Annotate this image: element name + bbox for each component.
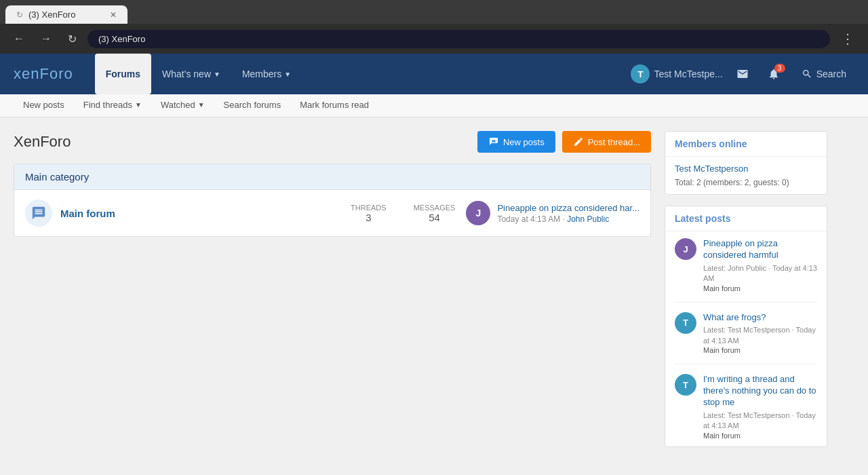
refresh-button[interactable]: ↻	[62, 30, 82, 48]
lp-forum-0: Main forum	[703, 284, 817, 292]
nav-forums-label: Forums	[106, 69, 140, 79]
latest-post-1: T What are frogs? Latest: Test McTestper…	[675, 312, 817, 365]
lp-title-1[interactable]: What are frogs?	[703, 312, 817, 324]
subnav-find-threads-label: Find threads	[83, 100, 132, 110]
members-online-title: Members online	[665, 132, 827, 157]
new-posts-icon	[488, 136, 499, 147]
nav-whats-new[interactable]: What's new ▼	[151, 54, 231, 94]
members-online-section: Members online Test McTestperson Total: …	[665, 131, 827, 195]
last-post-title[interactable]: Pineapple on pizza considered har...	[497, 203, 639, 213]
tab-close-button[interactable]: ✕	[110, 10, 117, 20]
subnav-mark-forums-read[interactable]: Mark forums read	[290, 94, 378, 117]
latest-posts-section: Latest posts J Pineapple on pizza consid…	[665, 206, 827, 447]
members-dropdown-icon: ▼	[284, 71, 291, 78]
subnav-find-threads[interactable]: Find threads ▼	[74, 94, 151, 117]
main-category: Main category Main forum Threads 3	[14, 164, 651, 237]
last-post-info: Pineapple on pizza considered har... Tod…	[497, 203, 639, 224]
category-header: Main category	[14, 164, 650, 190]
lp-body-1: What are frogs? Latest: Test McTestperso…	[703, 312, 817, 355]
search-button[interactable]: Search	[793, 64, 854, 83]
address-bar[interactable]	[87, 30, 830, 48]
messages-label: Messages	[414, 204, 456, 212]
forum-stats: Threads 3 Messages 54	[351, 204, 455, 223]
lp-avatar-2: T	[675, 374, 696, 396]
browser-menu-button[interactable]: ⋮	[835, 28, 860, 50]
members-online-content: Test McTestperson Total: 2 (members: 2, …	[665, 157, 827, 194]
site-header: xenForo Forums What's new ▼ Members ▼ T …	[0, 54, 868, 94]
notification-badge: 3	[774, 64, 785, 73]
main-nav: Forums What's new ▼ Members ▼	[95, 54, 302, 94]
latest-posts-content: J Pineapple on pizza considered harmful …	[665, 231, 827, 446]
back-button[interactable]: ←	[8, 30, 30, 48]
subnav-new-posts-label: New posts	[23, 100, 64, 110]
search-label: Search	[816, 69, 846, 79]
subnav-new-posts[interactable]: New posts	[14, 94, 74, 117]
post-thread-button-label: Post thread...	[588, 137, 640, 147]
lp-body-0: Pineapple on pizza considered harmful La…	[703, 238, 817, 292]
page-title-row: XenForo New posts Post thread...	[14, 131, 651, 153]
post-thread-icon	[573, 136, 584, 147]
inbox-button[interactable]	[731, 65, 754, 83]
messages-count: 54	[414, 212, 456, 223]
lp-forum-2: Main forum	[703, 432, 817, 440]
browser-controls: ← → ↻ ⋮	[0, 24, 868, 54]
subnav-search-forums-label: Search forums	[224, 100, 281, 110]
latest-posts-title: Latest posts	[665, 206, 827, 231]
lp-title-2[interactable]: I'm writing a thread and there's nothing…	[703, 374, 817, 408]
lp-forum-1: Main forum	[703, 346, 817, 354]
page-title: XenForo	[14, 133, 71, 151]
lp-avatar-0: J	[675, 238, 696, 260]
threads-label: Threads	[351, 204, 387, 212]
threads-stat: Threads 3	[351, 204, 387, 223]
post-thread-button[interactable]: Post thread...	[562, 131, 651, 153]
main-content: XenForo New posts Post thread... Main ca…	[0, 117, 841, 472]
lp-body-2: I'm writing a thread and there's nothing…	[703, 374, 817, 439]
nav-members[interactable]: Members ▼	[231, 54, 302, 94]
logo-text: xen	[14, 65, 39, 82]
forward-button[interactable]: →	[35, 30, 57, 48]
page-actions: New posts Post thread...	[477, 131, 651, 153]
nav-members-label: Members	[242, 69, 281, 79]
lp-title-0[interactable]: Pineapple on pizza considered harmful	[703, 238, 817, 261]
latest-post-0: J Pineapple on pizza considered harmful …	[675, 238, 817, 303]
forum-icon-wrapper	[25, 200, 52, 227]
lp-meta-0: Latest: John Public · Today at 4:13 AM	[703, 263, 817, 284]
site-logo[interactable]: xenForo	[14, 65, 73, 83]
lp-avatar-1: T	[675, 312, 696, 334]
new-posts-button[interactable]: New posts	[477, 131, 555, 153]
browser-chrome: ↻ (3) XenForo ✕ ← → ↻ ⋮	[0, 0, 868, 54]
notifications-button[interactable]: 3	[762, 65, 785, 83]
lp-meta-2: Latest: Test McTestperson · Today at 4:1…	[703, 411, 817, 432]
tab-title: (3) XenForo	[28, 10, 75, 20]
member-link-0[interactable]: Test McTestperson	[675, 164, 817, 174]
tab-spinner: ↻	[16, 10, 23, 20]
header-right: T Test McTestpe... 3 Search	[631, 64, 854, 83]
subnav-search-forums[interactable]: Search forums	[214, 94, 291, 117]
subnav-watched-label: Watched	[161, 100, 195, 110]
watched-dropdown-icon: ▼	[198, 101, 205, 109]
whats-new-dropdown-icon: ▼	[214, 71, 220, 78]
forum-last-post: J Pineapple on pizza considered har... T…	[466, 201, 639, 225]
category-title: Main category	[25, 171, 89, 183]
last-post-author[interactable]: John Public	[567, 214, 609, 224]
nav-forums[interactable]: Forums	[95, 54, 151, 94]
browser-tab[interactable]: ↻ (3) XenForo ✕	[5, 5, 127, 24]
forum-row: Main forum Threads 3 Messages 54 J	[14, 190, 650, 236]
nav-whats-new-label: What's new	[162, 69, 211, 79]
latest-post-2: T I'm writing a thread and there's nothi…	[675, 374, 817, 439]
lp-meta-1: Latest: Test McTestperson · Today at 4:1…	[703, 325, 817, 346]
forum-info: Main forum	[60, 208, 351, 219]
sidebar: Members online Test McTestperson Total: …	[665, 131, 827, 458]
search-icon	[802, 69, 812, 79]
content-area: XenForo New posts Post thread... Main ca…	[14, 131, 651, 458]
new-posts-button-label: New posts	[503, 137, 545, 147]
user-avatar: T	[631, 64, 650, 83]
user-menu-button[interactable]: T Test McTestpe...	[631, 64, 722, 83]
xenforo-site: xenForo Forums What's new ▼ Members ▼ T …	[0, 54, 868, 472]
forum-name[interactable]: Main forum	[60, 208, 351, 219]
messages-stat: Messages 54	[414, 204, 456, 223]
last-post-meta: Today at 4:13 AM · John Public	[497, 214, 639, 224]
last-post-time: Today at 4:13 AM	[497, 214, 560, 224]
user-name: Test McTestpe...	[654, 69, 722, 79]
subnav-watched[interactable]: Watched ▼	[151, 94, 214, 117]
